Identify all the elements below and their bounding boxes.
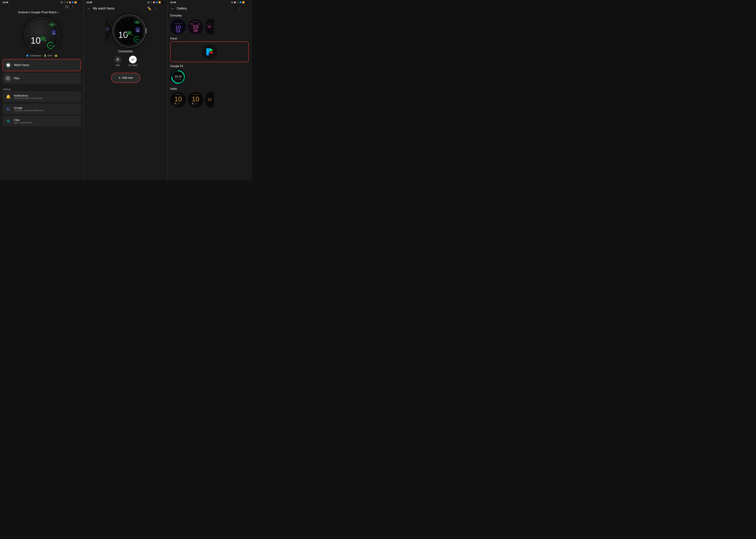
watch-bezel-main[interactable]: 25 20 15 10 5 00 55 45 40 30 89°: [113, 14, 146, 47]
overflow-menu-1[interactable]: ⋮: [71, 5, 74, 9]
svg-point-28: [9, 120, 9, 120]
gallery-content: Everyday THU MAY 24 10 09 THU MAY 24: [168, 13, 251, 112]
menu-section: 🕐 Watch faces Tiles: [0, 58, 83, 87]
top-bar-3: ← Gallery ⋮: [168, 4, 245, 13]
menu-item-watch-faces[interactable]: 🕐 Watch faces: [2, 59, 81, 71]
svg-text:❤ 68: ❤ 68: [190, 23, 193, 25]
gallery-face-pink[interactable]: THU MAY 24 10 09 ❤ 68 89°: [188, 19, 204, 35]
watch-face-name: Concentric: [118, 49, 133, 53]
svg-point-22: [8, 120, 9, 122]
status-time-2: 10:36: [86, 1, 92, 4]
bluetooth-icon-2: 🔷: [156, 1, 158, 4]
svg-text:MAY: MAY: [52, 31, 55, 33]
everyday-title: Everyday: [170, 14, 249, 17]
svg-text:THU MAY 24: THU MAY 24: [193, 94, 199, 95]
music-notif-icon-2: 🎵: [150, 1, 152, 4]
tiles-icon: [6, 77, 10, 80]
svg-text:24: 24: [53, 33, 55, 35]
battery-3: 53%: [245, 1, 249, 4]
svg-text:55: 55: [117, 30, 118, 32]
google-text: Google Accounts, services, preferences: [14, 106, 43, 112]
settings-item-notifications[interactable]: 🔔 Notifications Customize alerts, recent…: [2, 91, 81, 102]
battery-icon: 🔋: [43, 54, 46, 57]
gallery-face-partial-1[interactable]: THU 10 ❤ 68: [205, 19, 214, 35]
svg-text:5: 5: [42, 49, 43, 51]
settings-item-fitbit[interactable]: Fitbit Sync, unpair device: [2, 116, 81, 126]
battery-2: 53%: [161, 1, 165, 4]
fitbit-sublabel: Sync, unpair device: [14, 121, 32, 124]
watch-faces-label: Watch faces: [14, 63, 29, 67]
settings-item-google[interactable]: G Google Accounts, services, preferences: [2, 104, 81, 114]
back-button-2[interactable]: ←: [86, 6, 91, 11]
svg-text:MAY: MAY: [106, 28, 109, 29]
back-button-3[interactable]: ←: [170, 6, 175, 11]
camera-notif-icon-2: 📷: [147, 1, 150, 4]
everyday-section: Everyday THU MAY 24 10 09 THU MAY 24: [170, 14, 249, 35]
bluetooth-icon: 🔷: [72, 1, 74, 4]
gallery-face-index-2[interactable]: THU MAY 24 10 📅 11:00AM 👣 1,123: [188, 92, 204, 108]
screen-cast-icon[interactable]: 🖵: [65, 5, 68, 9]
google-fit-title: Google Fit: [170, 65, 249, 68]
svg-text:09: 09: [42, 38, 44, 40]
camera-notif-icon: 📷: [60, 1, 63, 4]
svg-text:55: 55: [27, 35, 28, 37]
svg-rect-78: [207, 51, 210, 52]
facer-title: Facer: [170, 37, 249, 40]
dropdown-arrow[interactable]: ▾: [58, 11, 59, 14]
google-icon: G: [5, 106, 12, 112]
gallery-face-index-partial[interactable]: 10: [205, 92, 214, 108]
svg-text:📅 11:00AM: 📅 11:00AM: [174, 103, 180, 104]
edit-action[interactable]: Edit: [114, 56, 122, 66]
svg-text:35: 35: [44, 40, 46, 41]
edit-action-label: Edit: [116, 64, 120, 66]
gallery-face-index-1[interactable]: THU MAY 24 10 📅 11:00AM 👣 1,123: [170, 92, 186, 108]
svg-text:24: 24: [107, 29, 108, 31]
overflow-2[interactable]: ⋮: [154, 6, 158, 11]
index-title: Index: [170, 87, 249, 90]
add-new-button[interactable]: + Add new: [111, 73, 140, 83]
fitbit-text: Fitbit Sync, unpair device: [14, 118, 32, 124]
svg-text:25: 25: [42, 20, 43, 22]
svg-text:89°: 89°: [199, 23, 201, 25]
add-new-wrap: + Add new: [84, 69, 167, 86]
page-title-3: Gallery: [177, 7, 236, 10]
notif-icons-1: 📷 🎵 ⚡ ⏰ 🔷 📶 53%: [60, 1, 81, 4]
panel-main: 10:36 📷 🎵 ⚡ ⏰ 🔷 📶 53% 🖵 ⋮ Andrew's Googl…: [0, 0, 84, 180]
google-label: Google: [14, 106, 43, 109]
watch-tick-marks: 25 20 15 10 5 00 55 45 40 30 10 09 35 89…: [25, 18, 59, 52]
google-fit-watch-face[interactable]: 10:14 Tue, Apr 29: [170, 69, 186, 85]
svg-text:30: 30: [133, 19, 135, 21]
svg-text:40: 40: [37, 21, 38, 23]
overflow-3[interactable]: ⋮: [238, 6, 242, 11]
watch-faces-icon: 🕐: [6, 63, 10, 67]
bolt-notif-icon: ⚡: [66, 1, 68, 4]
watch-crown: [59, 32, 59, 38]
edit-icon-2[interactable]: ✏️: [147, 6, 152, 11]
facer-logo-svg: [205, 47, 214, 57]
index-section: Index THU MAY 24 10 📅 11:00AM 👣 1,123: [170, 87, 249, 108]
watch-face-preview[interactable]: 25 20 15 10 5 00 55 45 40 30 10 09 35 89…: [24, 17, 59, 52]
svg-text:Tue, Apr 29: Tue, Apr 29: [175, 79, 181, 80]
svg-text:10: 10: [174, 96, 182, 103]
edit-action-icon: [114, 56, 122, 63]
svg-text:10: 10: [192, 96, 199, 103]
battery-percent: 25%: [47, 54, 52, 57]
svg-text:89°: 89°: [51, 24, 53, 26]
svg-point-25: [7, 121, 7, 121]
on-watch-action[interactable]: On watch: [128, 56, 137, 66]
status-bar-1: 10:36 📷 🎵 ⚡ ⏰ 🔷 📶 53%: [0, 0, 83, 4]
gallery-face-purple[interactable]: THU MAY 24 10 09: [170, 19, 186, 35]
svg-point-23: [8, 119, 9, 120]
svg-rect-80: [210, 52, 213, 53]
add-new-label: Add new: [122, 76, 133, 79]
settings-header: Settings: [0, 87, 83, 91]
bluetooth-status-icon: 🔷: [26, 54, 29, 57]
menu-item-tiles[interactable]: Tiles: [2, 73, 81, 84]
on-watch-label: On watch: [128, 64, 137, 66]
camera-notif-3: 📷: [231, 1, 233, 4]
facer-card[interactable]: [170, 41, 249, 62]
svg-text:45: 45: [120, 22, 122, 23]
panel-gallery: 10:36 📷 ⏰ 🎵 🔷 📶 53% ← Gallery ⋮ Everyday: [168, 0, 251, 180]
watch-crown-2: [145, 28, 147, 34]
add-new-plus-icon: +: [119, 76, 121, 80]
